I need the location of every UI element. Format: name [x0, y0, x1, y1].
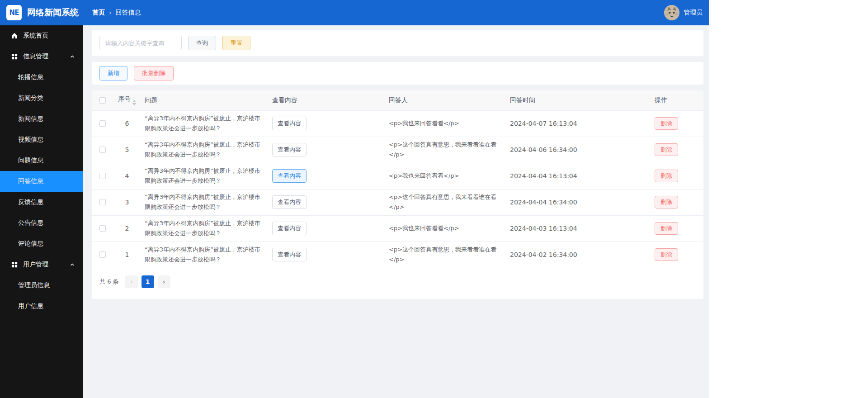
- row-time: 2024-04-04 16:34:00: [510, 199, 577, 206]
- grid-icon: [11, 53, 18, 60]
- sidebar-subitem[interactable]: 公告信息: [0, 213, 83, 233]
- row-serial: 3: [125, 199, 129, 206]
- sidebar-subitem[interactable]: 新闻信息: [0, 109, 83, 129]
- view-content-button[interactable]: 查看内容: [272, 248, 307, 261]
- row-serial: 5: [125, 146, 129, 153]
- sidebar-subitem[interactable]: 管理员信息: [0, 275, 83, 296]
- view-content-button[interactable]: 查看内容: [272, 195, 307, 209]
- prev-page-button[interactable]: ‹: [125, 275, 138, 288]
- row-answerer: <p>这个回答真有意思，我来看看谁在看</p>: [389, 246, 496, 263]
- row-checkbox[interactable]: [99, 147, 106, 153]
- sidebar-subitem[interactable]: 轮播信息: [0, 67, 83, 88]
- sidebar-menu: 系统首页 信息管理 轮播信息 新闻分类 新闻信息 视频信息: [0, 25, 83, 317]
- delete-button[interactable]: 删除: [655, 117, 678, 130]
- sidebar-group[interactable]: 用户管理: [0, 254, 83, 275]
- table-header-row: 序号 问题 查看内容 回答人 回答时间 操作: [92, 90, 703, 110]
- table-row: 5 “离异3年内不得京内购房”被废止，京沪楼市限购政策还会进一步放松吗？ 查看内…: [92, 137, 703, 163]
- row-serial: 1: [125, 251, 129, 258]
- search-input[interactable]: [99, 36, 182, 50]
- row-question: “离异3年内不得京内购房”被废止，京沪楼市限购政策还会进一步放松吗？: [145, 245, 265, 265]
- row-time: 2024-04-06 16:34:00: [510, 146, 577, 153]
- search-panel: 查询 重置: [92, 30, 703, 56]
- sidebar-group-label: 信息管理: [23, 52, 48, 61]
- row-time: 2024-04-04 16:13:04: [510, 172, 577, 180]
- sidebar-subitem[interactable]: 用户信息: [0, 296, 83, 317]
- row-answerer: <p>我也来回答看看</p>: [389, 225, 459, 232]
- delete-button[interactable]: 删除: [655, 196, 678, 208]
- sidebar-subitem-label: 新闻信息: [18, 115, 43, 123]
- next-page-button[interactable]: ›: [158, 275, 170, 288]
- app-title: 网络新闻系统: [27, 7, 79, 19]
- top-header: NE 网络新闻系统 首页 › 回答信息 管理员: [0, 0, 709, 25]
- table-row: 2 “离异3年内不得京内购房”被废止，京沪楼市限购政策还会进一步放松吗？ 查看内…: [92, 215, 703, 242]
- grid-icon: [11, 261, 18, 268]
- sidebar-subitem[interactable]: 反馈信息: [0, 192, 83, 213]
- delete-button[interactable]: 删除: [655, 170, 678, 182]
- sidebar-subitem-label: 视频信息: [18, 136, 43, 144]
- row-checkbox[interactable]: [99, 173, 106, 179]
- sidebar-subitem-label: 轮播信息: [18, 73, 43, 81]
- sidebar-subitem-label: 管理员信息: [18, 281, 50, 289]
- view-content-button[interactable]: 查看内容: [272, 143, 307, 156]
- row-answerer: <p>这个回答真有意思，我来看看谁在看</p>: [389, 194, 496, 210]
- view-content-button[interactable]: 查看内容: [272, 117, 307, 130]
- sidebar-subitem[interactable]: 视频信息: [0, 129, 83, 150]
- app-window: NE 网络新闻系统 首页 › 回答信息 管理员: [0, 0, 709, 398]
- row-checkbox[interactable]: [99, 199, 106, 205]
- row-question: “离异3年内不得京内购房”被废止，京沪楼市限购政策还会进一步放松吗？: [145, 218, 265, 238]
- sidebar-subitem[interactable]: 新闻分类: [0, 88, 83, 109]
- chevron-up-icon: [70, 262, 75, 267]
- view-content-button[interactable]: 查看内容: [272, 169, 307, 183]
- batch-delete-button[interactable]: 批量删除: [134, 66, 174, 81]
- delete-button[interactable]: 删除: [655, 248, 678, 261]
- select-all-checkbox[interactable]: [99, 97, 106, 104]
- column-header-time: 回答时间: [506, 90, 651, 110]
- row-checkbox[interactable]: [99, 251, 106, 258]
- sidebar-subitem-label: 评论信息: [18, 240, 43, 248]
- sidebar-subitem-label: 回答信息: [18, 177, 43, 185]
- table-row: 1 “离异3年内不得京内购房”被废止，京沪楼市限购政策还会进一步放松吗？ 查看内…: [92, 242, 703, 268]
- answers-table: 序号 问题 查看内容 回答人 回答时间 操作 6 “离异3年内不得京内购房”被废…: [92, 90, 703, 268]
- view-content-button[interactable]: 查看内容: [272, 222, 307, 235]
- sidebar-group[interactable]: 信息管理: [0, 46, 83, 67]
- breadcrumb-separator-icon: ›: [109, 9, 112, 16]
- reset-button[interactable]: 重置: [222, 36, 250, 50]
- row-time: 2024-04-02 16:34:00: [510, 251, 577, 258]
- row-serial: 2: [125, 225, 129, 232]
- pagination: 共 6 条 ‹ 1 ›: [92, 268, 703, 297]
- home-icon: [11, 32, 18, 39]
- column-header-view: 查看内容: [269, 90, 385, 110]
- breadcrumb-home[interactable]: 首页: [92, 9, 105, 17]
- sidebar-subitem[interactable]: 问题信息: [0, 150, 83, 171]
- row-answerer: <p>这个回答真有意思，我来看看谁在看</p>: [389, 141, 496, 158]
- user-avatar[interactable]: [664, 5, 679, 20]
- breadcrumb: 首页 › 回答信息: [92, 9, 141, 17]
- delete-button[interactable]: 删除: [655, 143, 678, 156]
- sidebar-subitem[interactable]: 评论信息: [0, 233, 83, 254]
- main-content: 查询 重置 新增 批量删除 序号 问题: [83, 25, 709, 398]
- row-serial: 4: [125, 172, 129, 180]
- sort-icons[interactable]: [132, 100, 136, 105]
- sidebar-subitem-label: 问题信息: [18, 156, 43, 165]
- query-button[interactable]: 查询: [188, 36, 216, 50]
- row-answerer: <p>我也来回答看看</p>: [389, 172, 459, 179]
- page-number-1[interactable]: 1: [142, 275, 154, 288]
- sidebar-item-home[interactable]: 系统首页: [0, 25, 83, 46]
- sidebar-subitem-label: 反馈信息: [18, 198, 43, 206]
- row-question: “离异3年内不得京内购房”被废止，京沪楼市限购政策还会进一步放松吗？: [145, 166, 265, 186]
- sidebar-subitem-label: 公告信息: [18, 219, 43, 227]
- sidebar-group-label: 用户管理: [23, 261, 48, 269]
- sidebar-subitem[interactable]: 回答信息: [0, 171, 83, 192]
- row-checkbox[interactable]: [99, 120, 106, 127]
- table-row: 6 “离异3年内不得京内购房”被废止，京沪楼市限购政策还会进一步放松吗？ 查看内…: [92, 110, 703, 137]
- column-header-no[interactable]: 序号: [113, 90, 141, 110]
- column-header-answerer: 回答人: [385, 90, 506, 110]
- row-serial: 6: [125, 120, 129, 127]
- table-row: 3 “离异3年内不得京内购房”被废止，京沪楼市限购政策还会进一步放松吗？ 查看内…: [92, 189, 703, 215]
- delete-button[interactable]: 删除: [655, 222, 678, 235]
- breadcrumb-current: 回答信息: [116, 9, 141, 17]
- add-button[interactable]: 新增: [99, 66, 127, 81]
- header-user-area: 管理员: [664, 5, 703, 20]
- row-checkbox[interactable]: [99, 225, 106, 232]
- data-table-panel: 序号 问题 查看内容 回答人 回答时间 操作 6 “离异3年内不得京内购房”被废…: [92, 90, 703, 299]
